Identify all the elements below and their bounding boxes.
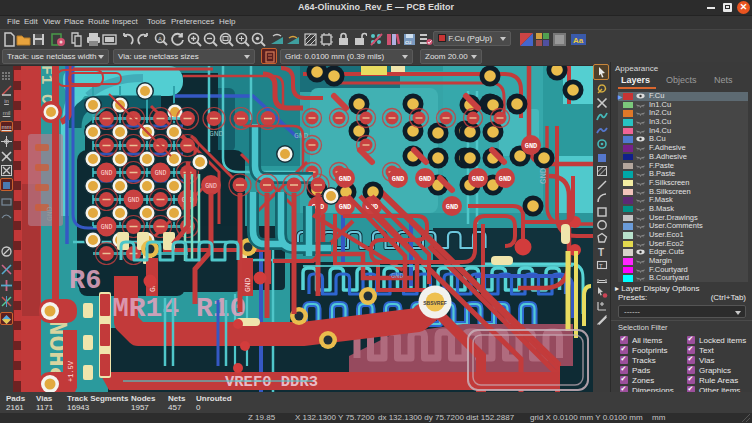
- svg-text:Aa: Aa: [573, 36, 584, 45]
- svg-text:GND: GND: [339, 203, 352, 211]
- svg-text:GND: GND: [419, 175, 432, 183]
- svg-text:GND: GND: [446, 203, 459, 211]
- svg-text:GND: GND: [209, 129, 224, 138]
- svg-text:+1.5V: +1.5V: [67, 360, 75, 382]
- svg-text:GND: GND: [539, 168, 549, 184]
- svg-text:R6: R6: [69, 266, 101, 296]
- svg-text:SBSVREF: SBSVREF: [423, 300, 447, 306]
- svg-text:GND: GND: [392, 175, 405, 183]
- svg-text:T: T: [598, 247, 604, 258]
- svg-text:GND: GND: [128, 197, 140, 204]
- svg-text:T: T: [599, 263, 603, 269]
- svg-text:GND: GND: [525, 142, 538, 150]
- svg-text:GND: GND: [339, 175, 352, 183]
- svg-text:A: A: [158, 36, 162, 42]
- svg-text:cu: cu: [405, 39, 411, 45]
- svg-text:GND: GND: [101, 224, 113, 231]
- svg-text:GND: GND: [472, 175, 485, 183]
- svg-text:GND: GND: [205, 183, 217, 190]
- svg-text:GND: GND: [243, 277, 252, 292]
- svg-text:GND: GND: [155, 170, 167, 177]
- svg-text:GND: GND: [499, 175, 512, 183]
- svg-text:GND: GND: [101, 170, 113, 177]
- svg-text:GND: GND: [391, 272, 404, 280]
